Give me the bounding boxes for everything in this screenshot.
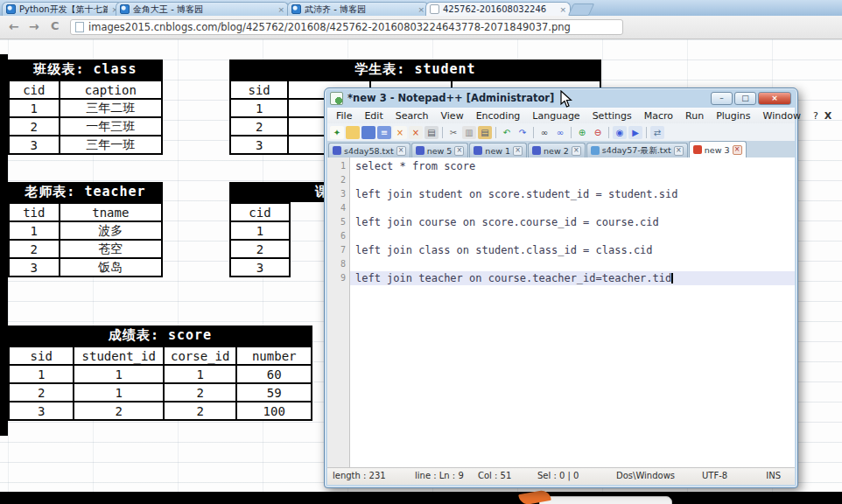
editor-tab[interactable]: new 1× [469,143,527,158]
table-cell: 波多 [60,221,162,240]
save-icon[interactable] [361,126,375,139]
editor-tab[interactable]: s4day57-最新.txt× [586,143,688,158]
browser-tab[interactable]: Python开发【第十七篇】× [2,2,123,16]
browser-tab-label: 武沛齐 - 博客园 [305,4,366,16]
tab-close-icon[interactable]: × [414,5,425,14]
editor-tab-close-icon[interactable]: × [733,145,742,155]
doc-switch-icon[interactable]: ⇄ [650,126,664,139]
class-data-row: 1三年二班 [9,99,162,117]
table-cell: 2 [164,383,236,402]
browser-tab-label: 425762-201608032246 [443,4,546,14]
tab-close-icon[interactable]: × [274,5,284,14]
menu-item-file[interactable]: File [330,110,358,122]
zoom-out-icon[interactable]: ⊖ [591,126,605,139]
menubar-close-icon[interactable]: X [824,110,836,122]
notepadpp-window[interactable]: *new 3 - Notepad++ [Administrator] – □ ×… [324,88,798,488]
code-line[interactable]: 8 [327,257,795,271]
find-icon[interactable]: ∞ [537,126,551,139]
editor-tab[interactable]: new 3× [689,141,747,158]
close-doc-icon[interactable]: × [393,126,407,139]
table-cell: 2 [9,240,60,258]
table-cell: 2 [9,117,60,136]
record-macro-icon[interactable]: ◉ [613,126,627,139]
menu-item-encoding[interactable]: Encoding [470,110,527,122]
editor-tab-close-icon[interactable]: × [513,146,523,156]
status-segment: Dos\Windows [616,471,675,480]
redo-icon[interactable]: ↷ [516,126,530,139]
menu-item-language[interactable]: Language [526,110,586,122]
course-table: cid123 [229,202,291,277]
address-bar[interactable]: images2015.cnblogs.com/blog/425762/20160… [70,19,623,35]
course-data-row: 3 [230,258,290,276]
code-line[interactable]: 9left join teacher on course.teacher_id=… [327,271,795,285]
code-line[interactable]: 5left join course on score.course_id = c… [327,215,795,229]
editor-tab-label: new 1 [485,146,510,156]
play-macro-icon[interactable]: ▶ [628,126,642,139]
save-all-icon[interactable]: ≡ [377,126,391,139]
code-line[interactable]: 7left join class on student.class_id = c… [327,243,795,257]
menu-item-search[interactable]: Search [389,110,435,122]
line-number: 1 [327,159,346,173]
open-folder-icon[interactable] [346,126,360,139]
reload-icon[interactable]: C [51,18,60,34]
class-table-title: 班级表: class [8,60,163,80]
code-line[interactable]: 4 [327,201,795,215]
menu-item-plugins[interactable]: Plugins [710,110,756,122]
editor-tab[interactable]: s4day58.txt× [328,143,410,158]
editor-tab[interactable]: new 2× [528,143,586,158]
replace-icon[interactable]: ∞ [553,126,567,139]
editor-area[interactable]: 1select * from score23left join student … [327,158,795,467]
editor-tab-close-icon[interactable]: × [454,146,464,156]
status-segment: Col : 51 [478,471,511,480]
copy-icon[interactable]: ▥ [462,126,476,139]
maximize-button[interactable]: □ [734,92,756,105]
paste-icon[interactable]: ▤ [478,126,492,139]
forward-icon[interactable]: → [29,18,39,34]
class-data-row: 3三年一班 [9,136,162,154]
close-button[interactable]: × [758,92,791,105]
minimize-button[interactable]: – [711,92,733,105]
menu-item-help[interactable]: ? [807,110,824,122]
editor-tab[interactable]: new 5× [411,143,469,158]
close-all-icon[interactable]: × [409,126,423,139]
tab-close-icon[interactable]: × [556,5,566,14]
new-file-icon[interactable]: ✦ [330,126,344,139]
table-cell: student_id [74,346,164,365]
code-line[interactable]: 6 [327,229,795,243]
course-data-row: 2 [230,240,290,258]
code-line[interactable]: 3left join student on score.student_id =… [327,187,795,201]
table-cell: 2 [164,402,236,420]
menu-item-macro[interactable]: Macro [638,110,679,122]
zoom-in-icon[interactable]: ⊕ [575,126,589,139]
table-cell: cid [230,203,290,221]
menu-item-window[interactable]: Window [757,110,807,122]
table-cell: tid [9,203,60,221]
toolbar-separator [571,127,572,138]
back-icon[interactable]: ← [9,18,19,34]
browser-tab[interactable]: 425762-201608032246× [425,2,571,16]
menu-item-view[interactable]: View [435,110,470,122]
editor-tab-close-icon[interactable]: × [572,146,581,156]
undo-icon[interactable]: ↶ [500,126,514,139]
code-line[interactable]: 2 [327,173,795,187]
url-text[interactable]: images2015.cnblogs.com/blog/425762/20160… [88,21,571,33]
editor-tab-label: new 2 [544,146,569,156]
page-icon [75,22,84,32]
menu-item-edit[interactable]: Edit [358,110,389,122]
cut-icon[interactable]: ✂ [446,126,460,139]
editor-tab-close-icon[interactable]: × [674,146,684,156]
line-number: 7 [327,243,346,257]
code-line[interactable]: 1select * from score [327,159,795,173]
browser-tab[interactable]: 武沛齐 - 博客园× [287,2,429,16]
print-icon[interactable]: ▤ [425,126,439,139]
browser-tab[interactable]: 金角大王 - 博客园× [116,2,289,16]
new-tab-button[interactable] [568,4,595,16]
menu-item-run[interactable]: Run [679,110,710,122]
course-data-row: 1 [230,221,290,240]
toolbar-separator [442,127,443,138]
menu-item-settings[interactable]: Settings [586,110,638,122]
score-data-row: 11160 [9,365,312,383]
teacher-data-row: 3饭岛 [9,258,162,276]
saved-doc-icon [333,146,341,155]
editor-tab-close-icon[interactable]: × [396,146,406,156]
